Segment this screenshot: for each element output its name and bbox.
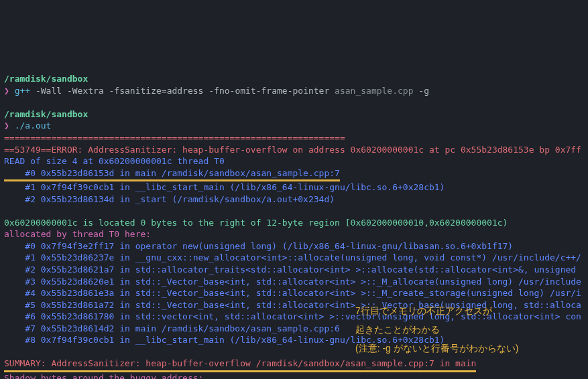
asan-separator: ========================================… xyxy=(4,133,345,143)
asan-alloc-stack-7: #7 0x55b23d8614d2 in main /ramdisk/sandb… xyxy=(4,323,340,333)
asan-allocated-line: allocated by thread T0 here: xyxy=(4,229,151,239)
cmd-gpp-opts: -Wall -Wextra -fsanitize=address -fno-om… xyxy=(36,86,329,96)
annotation-line2: 起きたことがわかる xyxy=(355,322,440,337)
annotation-line3: (注意: -g がないと行番号がわからない) xyxy=(355,341,518,356)
asan-summary: SUMMARY: AddressSanitizer: heap-buffer-o… xyxy=(4,358,476,368)
asan-stack-top-1: #1 0x7f94f39c0cb1 in __libc_start_main (… xyxy=(4,182,445,192)
cmd-gpp-bin: g++ xyxy=(15,86,30,96)
asan-read-line: READ of size 4 at 0x60200000001c thread … xyxy=(4,156,225,166)
cmd-run: ./a.out xyxy=(15,121,52,131)
asan-alloc-stack-3: #3 0x55b23d8620e1 in std::_Vector_base<i… xyxy=(4,277,581,287)
cmd-gpp-src: asan_sample.cpp xyxy=(335,86,413,96)
asan-stack-top-2: #2 0x55b23d86134d in _start (/ramdisk/sa… xyxy=(4,194,335,204)
cwd-path: /ramdisk/sandbox xyxy=(4,109,88,119)
asan-alloc-stack-2: #2 0x55b23d8621a7 in std::allocator_trai… xyxy=(4,264,581,275)
prompt-char: ❯ xyxy=(4,121,9,131)
prompt-char: ❯ xyxy=(4,86,9,96)
annotation-line1: 7行目でメモリの不正アクセスが xyxy=(355,303,492,318)
asan-alloc-stack-1: #1 0x55b23d86237e in __gnu_cxx::new_allo… xyxy=(4,252,581,262)
cwd-path: /ramdisk/sandbox xyxy=(4,74,88,84)
asan-alloc-stack-0: #0 0x7f94f3e2ff17 in operator new(unsign… xyxy=(4,241,513,251)
asan-alloc-stack-5: #5 0x55b23d861a72 in std::_Vector_base<i… xyxy=(4,300,581,310)
asan-stack-top-0: #0 0x55b23d86153d in main /ramdisk/sandb… xyxy=(4,168,340,178)
asan-alloc-stack-4: #4 0x55b23d861e3a in std::_Vector_base<i… xyxy=(4,288,581,298)
asan-location-line: 0x60200000001c is located 0 bytes to the… xyxy=(4,218,508,228)
asan-error-header: ==53749==ERROR: AddressSanitizer: heap-b… xyxy=(4,145,581,155)
asan-alloc-stack-6: #6 0x55b23d861780 in std::vector<int, st… xyxy=(4,311,581,321)
cmd-gpp-tail: -g xyxy=(418,86,429,96)
terminal-output: /ramdisk/sandbox ❯ g++ -Wall -Wextra -fs… xyxy=(0,59,588,379)
shadow-bytes-header: Shadow bytes around the buggy address: xyxy=(4,373,203,379)
